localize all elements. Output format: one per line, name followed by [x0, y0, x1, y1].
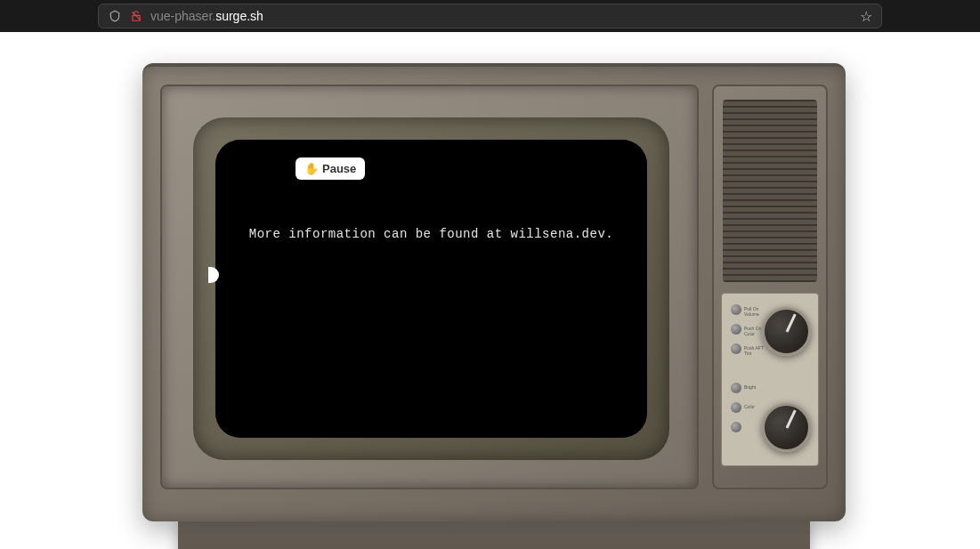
tv-body: ✋ Pause More information can be found at…: [142, 63, 846, 521]
tv-channel-dial: [762, 307, 811, 356]
tv-knob: [731, 324, 741, 335]
url-text: vue-phaser.surge.sh: [150, 9, 263, 23]
knob-label: Push On Color: [744, 326, 766, 336]
tv-knob: [731, 402, 741, 413]
shield-icon: [108, 9, 122, 23]
tv-set: ✋ Pause More information can be found at…: [142, 63, 846, 549]
ghost-sprite-fragment: [208, 267, 219, 283]
tv-controls: Pull On Volume Push On Color Push AFT Ti…: [721, 293, 819, 466]
tv-stand: [178, 517, 810, 549]
knob-label: Color: [744, 404, 766, 409]
tv-speaker-grille: [723, 100, 817, 282]
tv-control-panel: Pull On Volume Push On Color Push AFT Ti…: [712, 85, 828, 489]
knob-label: Bright: [744, 384, 766, 390]
tv-knob: [731, 343, 741, 354]
url-bar[interactable]: vue-phaser.surge.sh ☆: [98, 4, 882, 28]
tv-knob: [731, 304, 741, 315]
knob-label: Push AFT Tint: [744, 345, 766, 356]
browser-bar: vue-phaser.surge.sh ☆: [0, 0, 980, 32]
knob-label: Pull On Volume: [744, 306, 766, 317]
tv-tuning-dial: [762, 403, 811, 452]
tv-screen: ✋ Pause More information can be found at…: [215, 140, 647, 438]
tv-knob: [731, 422, 741, 432]
pause-label: Pause: [322, 162, 356, 175]
bookmark-star-icon[interactable]: ☆: [860, 8, 872, 25]
tv-knob: [731, 383, 741, 393]
lock-broken-icon: [129, 9, 143, 23]
tv-bezel: ✋ Pause More information can be found at…: [160, 85, 699, 489]
page-content: ✋ Pause More information can be found at…: [0, 32, 980, 549]
screen-message: More information can be found at willsen…: [233, 227, 629, 241]
pause-button[interactable]: ✋ Pause: [296, 157, 365, 180]
pause-emoji-icon: ✋: [304, 162, 319, 175]
